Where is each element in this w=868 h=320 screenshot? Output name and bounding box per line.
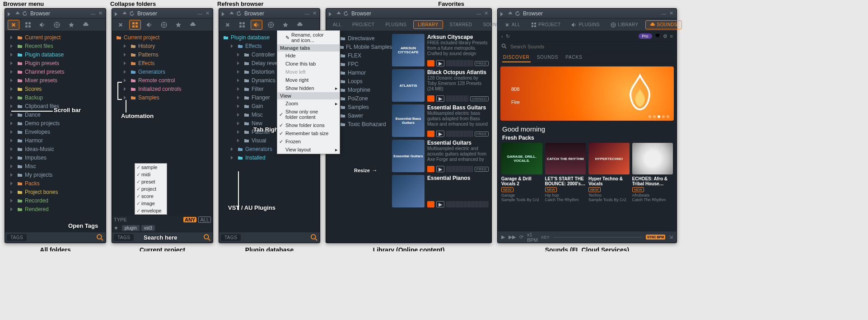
tab-sounds-icon[interactable] [187, 20, 199, 30]
play-icon[interactable]: ▶ [501, 234, 505, 240]
soundcloud-icon[interactable] [427, 95, 434, 102]
ctx-clone[interactable]: Clone this tab [277, 60, 340, 68]
ctx-folder-icons[interactable]: ✓Show folder icons [277, 121, 340, 129]
tree-item[interactable]: Remote control [113, 76, 212, 85]
tree-item[interactable]: Installed [220, 153, 319, 162]
menu-dropdown-icon[interactable] [114, 10, 121, 17]
refresh-icon[interactable] [129, 10, 135, 17]
pack-card[interactable]: CATCH THE RHYTHM LET'S START THE BOUNCE:… [545, 143, 586, 202]
tag-option[interactable]: ✓preset [135, 178, 167, 185]
tree-item[interactable]: Demo projects [6, 119, 105, 127]
nav-up-icon[interactable] [229, 10, 235, 17]
library-card[interactable]: Essential Guitars Essential Guitars Mult… [392, 140, 489, 172]
tags-button[interactable]: TAGS [114, 234, 134, 241]
search-icon[interactable] [310, 234, 318, 242]
tree-item[interactable]: Mixer presets [6, 76, 105, 85]
tree-item[interactable]: Plugin presets [6, 59, 105, 67]
library-card[interactable]: Essential Pianos ▶ [392, 175, 489, 207]
close-button[interactable]: ✕ [204, 10, 211, 17]
tree-item[interactable]: Recorded [6, 196, 105, 205]
tab-starred[interactable]: STARRED [446, 21, 476, 28]
seek-bar[interactable] [553, 237, 642, 238]
tree-item[interactable]: Packs [6, 179, 105, 188]
library-card[interactable]: ATLANTIS Black Octopus Atlantis 128 Ocea… [392, 69, 489, 102]
tab-starred-icon[interactable] [65, 20, 77, 30]
soundcloud-icon[interactable] [427, 60, 434, 66]
menu-dropdown-icon[interactable] [7, 10, 14, 17]
tab-sounds-icon[interactable] [294, 20, 306, 30]
tab-project[interactable]: PROJECT [348, 21, 378, 28]
tab-project-icon[interactable] [129, 20, 141, 30]
tree-item[interactable]: Current project [113, 33, 212, 42]
search-icon[interactable] [203, 234, 211, 242]
tag-chip[interactable]: vst3 [141, 225, 155, 231]
nav-up-icon[interactable] [336, 10, 342, 17]
tab-library-icon[interactable] [158, 20, 170, 30]
tab-sounds[interactable]: SOUNDS [645, 20, 682, 29]
ctx-remember[interactable]: ✓Remember tab size [277, 129, 340, 137]
tree-item[interactable]: Rendered [6, 205, 105, 213]
tree-item[interactable]: Dance [6, 110, 105, 119]
refresh-icon[interactable] [236, 10, 242, 17]
nav-up-icon[interactable] [121, 10, 128, 17]
tree-item[interactable]: History [113, 42, 212, 50]
search-input[interactable] [135, 235, 201, 240]
type-label[interactable]: TYPE [114, 217, 127, 222]
refresh-icon[interactable] [343, 10, 349, 17]
play-icon[interactable]: ▶ [436, 166, 444, 172]
tags-button[interactable]: TAGS [7, 234, 27, 241]
tree-item[interactable]: Impulses [6, 153, 105, 162]
back-icon[interactable]: ‹ [501, 33, 503, 39]
tree-item[interactable]: Scores [6, 85, 105, 93]
tag-option[interactable]: ✓project [135, 185, 167, 193]
tree-item[interactable]: Generators [113, 67, 212, 76]
tab-library-icon[interactable] [265, 20, 277, 30]
menu-icon[interactable]: ≡ [670, 33, 673, 39]
ctx-view-layout[interactable]: View layout▸ [277, 146, 340, 154]
tab-library[interactable]: LIBRARY [607, 21, 642, 29]
minimize-button[interactable]: — [475, 10, 482, 17]
menu-dropdown-icon[interactable] [221, 10, 228, 17]
gear-icon[interactable]: ⚙ [663, 33, 667, 39]
ctx-zoom[interactable]: Zoom▸ [277, 99, 340, 108]
tab-all[interactable]: ALL [500, 21, 524, 29]
tree-item[interactable]: Plugin database [6, 50, 105, 59]
play-icon[interactable]: ▶ [436, 201, 444, 207]
tab-plugins-icon[interactable] [251, 20, 262, 30]
tab-all[interactable]: ALL [329, 21, 345, 28]
type-any[interactable]: ANY [183, 217, 196, 222]
close-button[interactable]: ✕ [97, 10, 104, 17]
tree-item[interactable]: Patterns [113, 50, 212, 59]
close-button[interactable]: ✕ [311, 10, 318, 17]
minimize-button[interactable]: — [660, 10, 667, 17]
tree-item[interactable]: My projects [6, 170, 105, 179]
tab-starred-icon[interactable] [280, 20, 291, 30]
sounds-search-input[interactable] [509, 43, 673, 50]
star-icon[interactable]: ★ [114, 225, 118, 231]
search-input[interactable] [243, 235, 308, 240]
subtab-discover[interactable]: DISCOVER [502, 53, 531, 62]
tree-item[interactable]: Recent files [6, 42, 105, 50]
ctx-move-right[interactable]: Move right [277, 76, 340, 84]
tab-all-icon[interactable] [8, 20, 19, 30]
tags-button[interactable]: TAGS [221, 234, 241, 241]
refresh-icon[interactable] [22, 10, 28, 17]
soundcloud-icon[interactable] [427, 131, 434, 137]
search-input[interactable] [28, 235, 94, 240]
menu-dropdown-icon[interactable] [328, 10, 335, 17]
play-icon[interactable]: ▶ [436, 131, 444, 137]
ctx-only-one[interactable]: ✓Show only one folder content [277, 108, 340, 121]
close-button[interactable]: ✕ [482, 10, 490, 17]
minimize-button[interactable]: — [89, 10, 97, 17]
menu-dropdown-icon[interactable] [500, 10, 506, 17]
sync-bpm-button[interactable]: SYNC BPM [646, 235, 665, 240]
heart-icon[interactable] [655, 33, 660, 39]
tree-item[interactable]: Harmor [6, 136, 105, 145]
minimize-button[interactable]: — [303, 10, 311, 17]
tag-option[interactable]: ✓image [135, 200, 167, 207]
nav-up-icon[interactable] [14, 10, 21, 17]
tab-starred-icon[interactable] [173, 20, 184, 30]
search-icon[interactable] [96, 234, 104, 242]
tab-project-icon[interactable] [22, 20, 34, 30]
pack-card[interactable]: GARAGE. DRILL. VOCALS. Garage & Drill Vo… [501, 143, 542, 202]
